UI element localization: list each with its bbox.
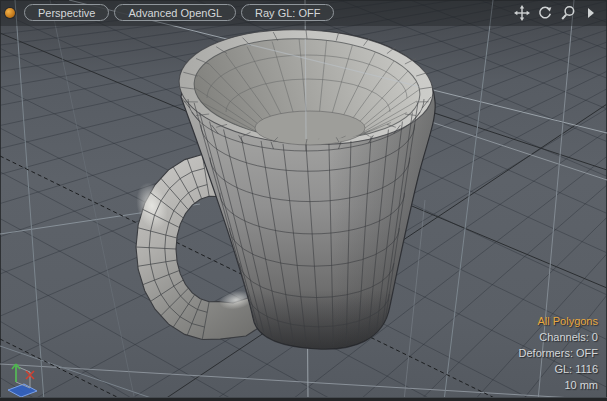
viewport-status-readout: All Polygons Channels: 0 Deformers: OFF … <box>519 313 598 393</box>
selection-mode-label: All Polygons <box>519 313 598 329</box>
viewport-bottom-edge <box>0 397 607 401</box>
channels-label: Channels: 0 <box>519 329 598 345</box>
deformers-label: Deformers: OFF <box>519 345 598 361</box>
ray-gl-button[interactable]: Ray GL: OFF <box>241 4 334 21</box>
zoom-icon[interactable] <box>559 4 576 21</box>
grid-size-label: 10 mm <box>519 377 598 393</box>
3d-viewport[interactable]: Perspective Advanced OpenGL Ray GL: OFF <box>0 0 607 401</box>
axis-z-plane <box>8 384 37 397</box>
viewport-options-dot[interactable] <box>5 8 15 18</box>
pan-icon[interactable] <box>513 4 530 21</box>
mug-interior-floor <box>255 111 365 145</box>
viewport-toolbar: Perspective Advanced OpenGL Ray GL: OFF <box>5 4 334 21</box>
axis-gizmo <box>8 364 37 397</box>
flyout-arrow-icon[interactable] <box>582 4 599 21</box>
viewport-canvas[interactable] <box>0 0 607 401</box>
gl-polycount-label: GL: 1116 <box>519 361 598 377</box>
rotate-icon[interactable] <box>536 4 553 21</box>
viewport-nav-tools <box>513 4 599 21</box>
shading-mode-button[interactable]: Advanced OpenGL <box>114 4 236 21</box>
view-mode-button[interactable]: Perspective <box>24 4 109 21</box>
